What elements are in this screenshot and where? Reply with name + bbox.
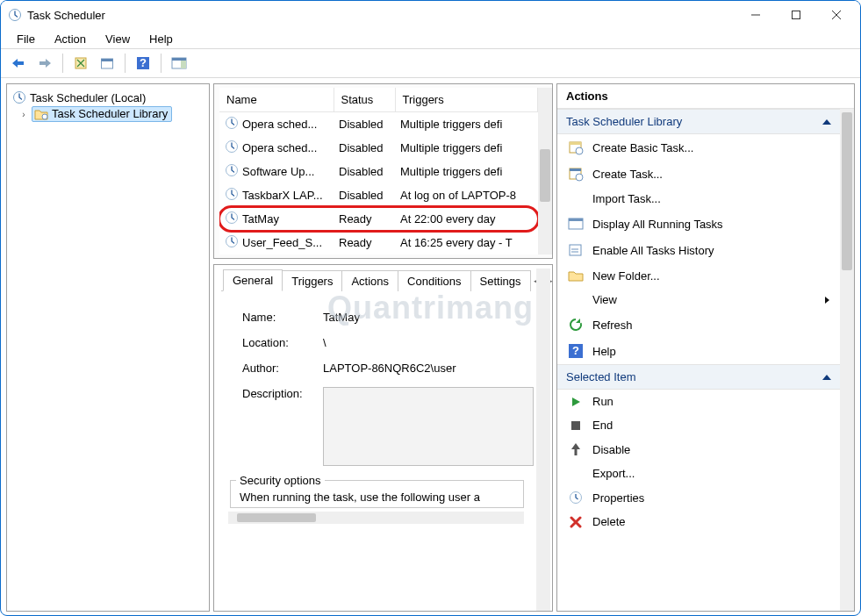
tree-root[interactable]: Task Scheduler (Local) <box>11 90 205 105</box>
column-triggers[interactable]: Triggers <box>395 88 538 112</box>
tab-triggers[interactable]: Triggers <box>282 270 342 291</box>
action-label: Properties <box>592 491 644 505</box>
refresh-icon <box>568 317 584 333</box>
show-action-pane-button[interactable] <box>167 52 191 75</box>
help-toolbar-button[interactable]: ? <box>131 52 155 75</box>
expand-icon[interactable]: › <box>19 110 28 119</box>
action-label: Help <box>592 345 616 358</box>
properties-toolbar-button[interactable] <box>95 52 119 75</box>
svg-text:?: ? <box>140 56 147 69</box>
clock-icon <box>225 163 239 180</box>
action-display-running[interactable]: Display All Running Tasks <box>557 211 840 237</box>
svg-point-20 <box>576 147 583 154</box>
tree-pane[interactable]: Task Scheduler (Local) › Task Scheduler … <box>6 83 210 612</box>
toolbar-separator <box>161 54 161 73</box>
task-name: Opera sched... <box>242 141 317 154</box>
name-value: TatMay <box>318 305 539 329</box>
tab-conditions[interactable]: Conditions <box>398 270 470 291</box>
action-label: New Folder... <box>592 269 660 283</box>
svg-point-11 <box>42 114 47 119</box>
action-disable[interactable]: Disable <box>557 437 840 462</box>
minimize-button[interactable] <box>735 1 776 29</box>
menu-view[interactable]: View <box>97 31 139 47</box>
action-properties[interactable]: Properties <box>557 485 840 510</box>
action-end[interactable]: End <box>557 413 840 437</box>
actions-scrollbar[interactable] <box>840 109 854 611</box>
security-options-text: When running the task, use the following… <box>231 491 523 507</box>
action-import-task[interactable]: Import Task... <box>557 187 840 211</box>
action-view[interactable]: View <box>557 288 840 312</box>
up-button[interactable] <box>68 52 93 75</box>
task-row[interactable]: Software Up... Disabled Multiple trigger… <box>219 160 538 183</box>
tab-general[interactable]: General <box>223 269 283 291</box>
task-status: Disabled <box>334 160 395 183</box>
action-label: Delete <box>592 515 626 528</box>
menu-help[interactable]: Help <box>140 31 182 47</box>
svg-rect-8 <box>172 58 186 61</box>
new-folder-icon <box>568 269 584 283</box>
menubar: File Action View Help <box>1 29 860 48</box>
action-label: End <box>592 419 613 432</box>
vertical-scrollbar[interactable] <box>538 88 552 254</box>
action-label: Create Task... <box>592 168 663 181</box>
task-row[interactable]: Opera sched... Disabled Multiple trigger… <box>219 112 538 137</box>
author-label: Author: <box>237 356 316 380</box>
action-label: Import Task... <box>592 192 661 205</box>
action-delete[interactable]: Delete <box>557 510 840 534</box>
actions-section-header[interactable]: Task Scheduler Library <box>557 109 840 134</box>
svg-rect-22 <box>570 168 581 171</box>
action-enable-history[interactable]: Enable All Tasks History <box>557 237 840 263</box>
task-row[interactable]: User_Feed_S... Ready At 16:25 every day … <box>219 231 538 254</box>
security-options-legend: Security options <box>236 474 325 487</box>
details-vertical-scrollbar[interactable] <box>536 269 550 611</box>
action-create-task[interactable]: Create Task... <box>557 161 840 187</box>
collapse-icon <box>822 119 831 125</box>
delete-icon <box>568 516 584 528</box>
menu-file[interactable]: File <box>8 31 44 47</box>
back-button[interactable] <box>6 52 31 75</box>
toolbar-separator <box>125 54 126 73</box>
description-box[interactable] <box>323 387 534 466</box>
action-help[interactable]: ? Help <box>557 338 840 364</box>
maximize-button[interactable] <box>776 1 816 29</box>
description-label: Description: <box>237 382 316 471</box>
close-button[interactable] <box>816 1 857 29</box>
svg-rect-26 <box>570 245 581 255</box>
action-label: View <box>592 293 617 306</box>
forward-button[interactable] <box>32 52 57 75</box>
task-triggers: At 16:25 every day - T <box>395 231 538 254</box>
menu-action[interactable]: Action <box>46 31 95 47</box>
details-horizontal-scrollbar[interactable] <box>228 512 524 524</box>
task-row[interactable]: TatMay Ready At 22:00 every day <box>219 207 538 231</box>
clock-icon <box>225 234 239 251</box>
task-details: General Triggers Actions Conditions Sett… <box>213 264 553 612</box>
action-run[interactable]: Run <box>557 390 840 413</box>
action-create-basic[interactable]: Create Basic Task... <box>557 134 840 161</box>
action-label: Run <box>592 395 613 408</box>
action-new-folder[interactable]: New Folder... <box>557 263 840 288</box>
enable-history-icon <box>568 242 584 258</box>
tab-actions[interactable]: Actions <box>341 270 398 291</box>
submenu-icon <box>825 297 829 304</box>
actions-header: Actions <box>557 84 854 109</box>
actions-section-header[interactable]: Selected Item <box>557 364 840 390</box>
create-task-icon <box>568 166 584 182</box>
column-name[interactable]: Name <box>219 88 334 112</box>
action-refresh[interactable]: Refresh <box>557 312 840 338</box>
tab-settings[interactable]: Settings <box>470 270 531 291</box>
task-row[interactable]: TaskbarX LAP... Disabled At log on of LA… <box>219 183 538 207</box>
task-triggers: At 22:00 every day <box>395 207 538 231</box>
center-pane: Name Status Triggers Opera sched... Disa… <box>213 83 553 612</box>
task-list[interactable]: Name Status Triggers Opera sched... Disa… <box>213 83 553 259</box>
task-status: Ready <box>334 207 395 231</box>
create-basic-icon <box>568 140 584 155</box>
tree-library-row[interactable]: › Task Scheduler Library <box>11 105 205 123</box>
action-export[interactable]: Export... <box>557 462 840 485</box>
svg-rect-4 <box>102 59 113 61</box>
task-row[interactable]: Opera sched... Disabled Multiple trigger… <box>219 136 538 160</box>
help-icon: ? <box>568 343 584 359</box>
author-value: LAPTOP-86NQR6C2\user <box>318 356 539 380</box>
svg-rect-29 <box>571 421 580 430</box>
column-status[interactable]: Status <box>334 88 395 112</box>
clock-icon <box>225 140 239 156</box>
